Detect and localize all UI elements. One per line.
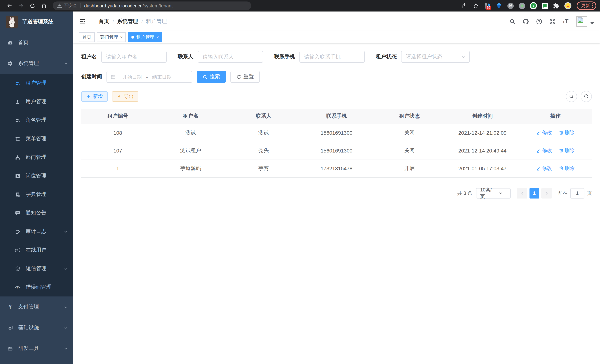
sidebar-item-dept[interactable]: 部门管理: [0, 148, 73, 167]
page-size-select[interactable]: 10条/页: [476, 188, 511, 198]
edit-link[interactable]: 修改: [536, 165, 552, 172]
org-icon: [15, 155, 20, 160]
extension-command-icon[interactable]: ⌘: [507, 2, 514, 9]
tenant-table: 租户编号 租户名 联系人 联系手机 租户状态 创建时间 操作 108 测试: [81, 109, 592, 177]
tenant-name-input[interactable]: [101, 51, 167, 63]
start-date-input[interactable]: [119, 74, 145, 80]
status-value: 关闭: [373, 142, 446, 159]
url-text[interactable]: dashboard.yudao.iocoder.cn/system/tenant: [84, 3, 173, 8]
forward-icon[interactable]: [18, 3, 24, 9]
col-tenant-id: 租户编号: [81, 109, 154, 124]
breadcrumb-system[interactable]: 系统管理: [117, 18, 138, 25]
sidebar-item-infra[interactable]: 基础设施: [0, 317, 73, 338]
sidebar-item-post[interactable]: 岗位管理: [0, 167, 73, 185]
search-button[interactable]: 搜索: [197, 71, 226, 83]
breadcrumb-home[interactable]: 首页: [99, 18, 109, 25]
delete-link[interactable]: 删除: [559, 147, 575, 154]
reload-icon[interactable]: [29, 3, 36, 9]
sidebar-item-audit[interactable]: 审计日志: [0, 222, 73, 241]
security-label[interactable]: 不安全: [64, 3, 77, 9]
sidebar-item-notice[interactable]: 通知公告: [0, 204, 73, 222]
delete-link[interactable]: 删除: [559, 130, 575, 136]
avatar-caret-icon[interactable]: [590, 22, 594, 24]
sidebar-item-pay[interactable]: ¥ 支付管理: [0, 297, 73, 317]
extension-chat-icon[interactable]: [541, 2, 548, 9]
toggle-search-icon[interactable]: [566, 91, 577, 102]
tab-dept[interactable]: 部门管理 ×: [97, 32, 126, 42]
home-icon[interactable]: [41, 3, 47, 9]
extension-emoji-icon[interactable]: [564, 2, 572, 9]
page-number-current[interactable]: 1: [529, 188, 539, 198]
phone-input[interactable]: [300, 51, 365, 63]
prev-page-button[interactable]: [517, 188, 527, 198]
fullscreen-icon[interactable]: [549, 18, 556, 25]
font-size-icon[interactable]: TT: [562, 19, 568, 24]
sidebar-item-role[interactable]: 角色管理: [0, 111, 73, 130]
edit-link[interactable]: 修改: [536, 130, 552, 136]
header-search-icon[interactable]: [509, 18, 516, 25]
svg-text:⌘: ⌘: [508, 3, 512, 8]
col-contact: 联系人: [227, 109, 300, 124]
sidebar: 芋道管理系统 首页 系统管理 租户管理 用户管理: [0, 11, 73, 364]
sidebar-item-label: 岗位管理: [26, 173, 46, 179]
docs-help-icon[interactable]: [536, 18, 543, 25]
pagination: 共 3 条 10条/页 1 前往 页: [81, 188, 592, 198]
sidebar-item-label: 角色管理: [26, 117, 46, 123]
sidebar-item-errorcode[interactable]: </> 错误码管理: [0, 278, 73, 297]
bookmark-star-icon[interactable]: [473, 3, 479, 9]
trash-icon: [559, 131, 563, 135]
address-bar[interactable]: 不安全 dashboard.yudao.iocoder.cn/system/te…: [53, 1, 251, 10]
tab-tenant[interactable]: 租户管理 ×: [128, 32, 162, 42]
browser-menu-icon[interactable]: [592, 3, 593, 8]
avatar[interactable]: [576, 16, 587, 27]
sidebar-item-user[interactable]: 用户管理: [0, 92, 73, 111]
system-submenu: 租户管理 用户管理 角色管理 菜单管理 部门管理: [0, 74, 73, 297]
goto-label: 前往: [558, 190, 568, 196]
status-select[interactable]: 请选择租户状态: [401, 51, 470, 63]
edit-link[interactable]: 修改: [536, 147, 552, 154]
refresh-table-icon[interactable]: [581, 91, 592, 102]
contact-input[interactable]: [198, 51, 263, 63]
dictionary-icon: [15, 192, 20, 197]
top-navbar: 首页 / 系统管理 / 租户管理 TT: [73, 11, 600, 31]
logo[interactable]: 芋道管理系统: [0, 11, 73, 32]
share-icon[interactable]: [461, 3, 468, 9]
add-button[interactable]: 新增: [81, 91, 108, 102]
date-range-picker[interactable]: -: [106, 71, 192, 83]
next-page-button[interactable]: [541, 188, 552, 198]
logo-avatar: [6, 16, 18, 28]
extension-puzzle-icon[interactable]: [553, 2, 560, 9]
end-date-input[interactable]: [149, 74, 175, 80]
extension-grid-icon[interactable]: 10: [484, 2, 491, 9]
close-tab-icon[interactable]: ×: [120, 35, 123, 39]
extension-kite-icon[interactable]: [495, 2, 502, 9]
sidebar-item-online[interactable]: 在线用户: [0, 241, 73, 259]
trash-icon: [559, 166, 563, 171]
github-icon[interactable]: [523, 18, 529, 25]
page-content: 租户名 联系人 联系手机 租户状态 请选择租户状态: [73, 43, 600, 364]
tab-home[interactable]: 首页: [79, 32, 95, 42]
col-status: 租户状态: [373, 109, 446, 124]
collapse-sidebar-icon[interactable]: [79, 18, 86, 25]
sidebar-item-system[interactable]: 系统管理: [0, 53, 73, 74]
tenants-icon: [15, 80, 20, 86]
back-icon[interactable]: [6, 3, 13, 9]
sidebar-item-devtools[interactable]: 研发工具: [0, 338, 73, 359]
extension-y-icon[interactable]: Y: [530, 2, 537, 9]
sidebar-item-tenant[interactable]: 租户管理: [0, 74, 73, 92]
reset-button[interactable]: 重置: [230, 71, 260, 83]
close-tab-icon[interactable]: ×: [156, 35, 159, 39]
col-actions: 操作: [519, 109, 592, 124]
error-code-icon: </>: [15, 285, 22, 289]
status-label: 租户状态: [376, 53, 397, 60]
delete-link[interactable]: 删除: [559, 165, 575, 172]
sidebar-item-sms[interactable]: 短信管理: [0, 259, 73, 278]
sidebar-item-home[interactable]: 首页: [0, 32, 73, 53]
extension-dot-icon[interactable]: [518, 2, 525, 9]
browser-update-button[interactable]: 更新: [577, 1, 596, 10]
address-divider: [81, 3, 81, 8]
export-button[interactable]: 导出: [112, 91, 138, 102]
sidebar-item-dict[interactable]: 字典管理: [0, 185, 73, 204]
sidebar-item-menu[interactable]: 菜单管理: [0, 130, 73, 148]
goto-page-input[interactable]: [570, 188, 584, 198]
